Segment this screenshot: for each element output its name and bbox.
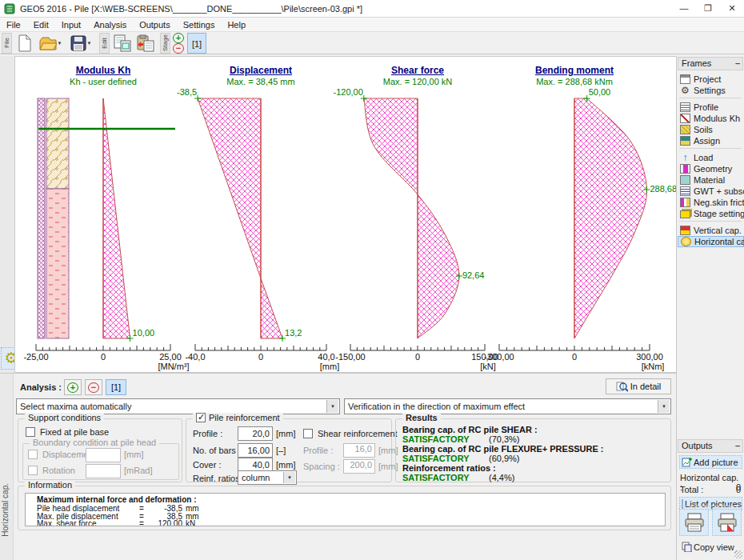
outputs-panel-title: Outputs: [682, 441, 713, 450]
sidebar-item-geometry[interactable]: Geometry: [678, 163, 744, 174]
support-conditions-group: Support conditions Fixed at pile base Bo…: [18, 418, 182, 482]
stage-remove-button[interactable]: −: [173, 43, 184, 54]
profile-input[interactable]: [238, 426, 273, 441]
menu-file[interactable]: File: [0, 18, 27, 32]
cover-label: Cover :: [193, 460, 221, 470]
bars-input[interactable]: [238, 443, 273, 458]
stage-add-button[interactable]: +: [173, 33, 184, 43]
value-label-shear-force: 92,64: [462, 270, 485, 280]
sidebar-item-label: Load: [694, 153, 713, 162]
information-heading: Maximum internal force and deformation :: [37, 496, 665, 504]
copy-picture-button[interactable]: [111, 33, 134, 54]
stage-1-button[interactable]: [1]: [187, 33, 206, 54]
axis-unit-shear-force: [kN]: [460, 362, 516, 371]
sidebar-item-soils[interactable]: Soils: [678, 124, 744, 135]
pile-reinforcement-group: Pile reinforcement Profile : [mm] No. of…: [186, 418, 392, 482]
menu-analysis[interactable]: Analysis: [87, 18, 133, 32]
paste-picture-icon: [137, 34, 154, 52]
result-flexure-status: SATISFACTORY: [402, 454, 489, 463]
total-count-label: Total :: [680, 485, 703, 494]
analysis-remove-button[interactable]: −: [85, 379, 102, 395]
frame-side-label: Horizontal cap.: [1, 483, 13, 537]
chart-subtitle-modulus-kh: Kh - user defined: [15, 77, 191, 86]
soils-icon: [680, 125, 690, 134]
new-file-button[interactable]: [14, 33, 35, 54]
total-count-value: 0: [736, 485, 741, 494]
axis-unit-bending-moment: [kNm]: [625, 362, 681, 371]
sidebar-item-gwt-subsoil[interactable]: GWT + subsoil: [678, 186, 744, 197]
app-window: GEO5 2016 - Pile [X:\WEB-SCREENS\_______…: [0, 0, 744, 560]
paste-picture-button[interactable]: [134, 33, 157, 54]
sidebar-item-label: Modulus Kh: [694, 114, 740, 123]
analysis-add-button[interactable]: +: [64, 379, 82, 395]
profile-unit: [mm]: [276, 429, 295, 438]
save-file-button[interactable]: ▼: [67, 33, 94, 54]
sidebar-item-project[interactable]: Project: [678, 74, 744, 85]
menu-settings[interactable]: Settings: [177, 18, 222, 32]
sidebar-item-stage-settings[interactable]: Stage settings: [678, 208, 744, 219]
shear-spacing-label: Spacing :: [303, 462, 340, 471]
menu-edit[interactable]: Edit: [27, 18, 55, 32]
pile-reinforcement-checkbox[interactable]: [196, 413, 206, 422]
list-of-pictures-label: List of pictures: [685, 499, 742, 509]
outputs-minimize-icon[interactable]: –: [735, 440, 740, 452]
info-row-max-displacement: Max. pile displacement=38,5mm: [37, 513, 665, 521]
menu-input[interactable]: Input: [55, 18, 87, 32]
printer-icon: [684, 513, 705, 532]
sidebar-item-neg-skin-friction[interactable]: Neg.skin friction: [678, 197, 744, 208]
reinf-ratios-select[interactable]: column ▼: [238, 470, 297, 485]
frames-minimize-icon[interactable]: –: [735, 58, 740, 70]
chart-title-shear-force: Shear force: [330, 65, 506, 76]
print-selection-button[interactable]: [712, 509, 742, 536]
resize-grip[interactable]: [734, 550, 742, 558]
support-conditions-legend: Support conditions: [25, 413, 104, 422]
chart-title-displacement: Displacement: [173, 65, 349, 76]
chevron-down-icon[interactable]: ▼: [326, 400, 338, 413]
maxima-select[interactable]: Select maxima automatically ▼: [16, 398, 340, 414]
pile-reinforcement-legend-label: Pile reinforcement: [209, 413, 280, 422]
open-file-button[interactable]: ▼: [37, 33, 64, 54]
open-dropdown-arrow[interactable]: ▼: [58, 41, 62, 46]
sidebar-item-label: Stage settings: [694, 209, 744, 218]
cover-unit: [mm]: [276, 460, 295, 470]
frames-separator: [679, 148, 742, 149]
sidebar-item-horizontal-cap-[interactable]: Horizontal cap.: [678, 236, 744, 247]
shear-reinforcement-checkbox[interactable]: [303, 429, 313, 438]
close-button[interactable]: ✕: [720, 0, 744, 17]
add-picture-button[interactable]: Add picture: [679, 455, 742, 469]
copy-view-label: Copy view: [694, 542, 734, 552]
sidebar-item-vertical-cap-[interactable]: Vertical cap.: [678, 225, 744, 236]
modulus-icon: [680, 114, 690, 123]
shear-profile-label: Profile :: [303, 446, 333, 455]
toolbar: File ▼ ▼ Edit: [0, 32, 744, 54]
sidebar-item-material[interactable]: Material: [678, 174, 744, 186]
material-icon: [680, 175, 690, 185]
print-button[interactable]: [679, 509, 709, 536]
verification-select[interactable]: Verification in the direction of maximum…: [344, 398, 671, 414]
sidebar-item-label: Assign: [694, 136, 720, 146]
copy-view-button[interactable]: Copy view: [679, 540, 742, 554]
save-dropdown-arrow[interactable]: ▼: [87, 41, 92, 46]
analysis-1-button[interactable]: [1]: [106, 379, 126, 395]
minimize-button[interactable]: —: [672, 0, 696, 17]
bars-unit: [–]: [276, 446, 286, 455]
chevron-down-icon[interactable]: ▼: [283, 472, 295, 483]
sidebar-item-assign[interactable]: Assign: [678, 135, 744, 146]
sidebar-item-modulus-kh[interactable]: Modulus Kh: [678, 113, 744, 124]
toolbar-group-stage-tab: Stage: [160, 33, 170, 54]
fixed-at-pile-base-checkbox[interactable]: [26, 427, 35, 437]
sidebar-item-settings[interactable]: ⚙Settings: [678, 85, 744, 96]
chart-subtitle-shear-force: Max. = 120,00 kN: [330, 77, 506, 86]
sidebar-item-load[interactable]: ↑Load: [678, 152, 744, 163]
profile-label: Profile :: [193, 429, 222, 438]
add-picture-label: Add picture: [694, 458, 738, 467]
chevron-down-icon[interactable]: ▼: [658, 400, 670, 413]
results-group: Results Bearing cap. of RC pile SHEAR : …: [395, 418, 671, 482]
menu-help[interactable]: Help: [221, 18, 252, 32]
maximize-button[interactable]: ❐: [696, 0, 720, 17]
sidebar-item-profile[interactable]: Profile: [678, 102, 744, 113]
in-detail-button[interactable]: In detail: [606, 378, 671, 394]
menu-outputs[interactable]: Outputs: [133, 18, 177, 32]
information-box: Maximum internal force and deformation :…: [25, 493, 666, 526]
verification-select-value: Verification in the direction of maximum…: [348, 402, 525, 411]
